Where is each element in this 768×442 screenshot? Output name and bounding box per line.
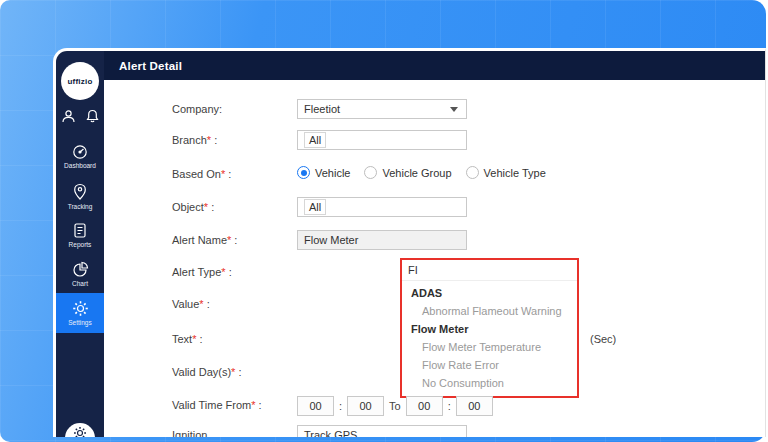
alert-name-input[interactable]: Flow Meter [297, 230, 467, 250]
page-title: Alert Detail [119, 60, 182, 72]
logo-text: uffizio [68, 77, 93, 86]
branch-input[interactable]: All [297, 130, 467, 150]
sidebar-item-label: Settings [68, 319, 92, 326]
gear-icon [73, 426, 87, 437]
time-from-hour-input[interactable]: 00 [297, 396, 334, 416]
field-row-object: Object* : All [104, 197, 765, 219]
settings-gear-icon [72, 300, 89, 317]
sidebar-item-label: Chart [72, 280, 88, 287]
field-row-based-on: Based On* : Vehicle Vehicle Group [104, 164, 765, 186]
time-from-minute-input[interactable]: 00 [347, 396, 384, 416]
sidebar-item-reports[interactable]: Reports [56, 222, 104, 248]
field-row-alert-name: Alert Name* : Flow Meter [104, 230, 765, 252]
radio-selected-icon [297, 166, 310, 179]
object-token[interactable]: All [304, 199, 326, 215]
company-select-value: Fleetiot [304, 103, 340, 115]
screen: uffizio [0, 0, 768, 442]
window-titlebar: Alert Detail [104, 51, 765, 80]
bottom-settings-bubble[interactable] [65, 423, 95, 437]
field-row-ignition: Ignition Track GPS [104, 425, 765, 437]
sidebar-item-settings[interactable]: Settings [56, 293, 104, 333]
ignition-label: Ignition [172, 429, 207, 437]
sidebar: uffizio [56, 51, 104, 437]
tracking-pin-icon [72, 183, 88, 201]
seconds-unit-label: (Sec) [590, 333, 616, 345]
valid-days-label: Valid Day(s)* : [172, 366, 242, 378]
time-to-minute-input[interactable]: 00 [456, 396, 493, 416]
sidebar-item-chart[interactable]: Chart [56, 261, 104, 287]
object-label: Object* : [172, 201, 214, 213]
object-input[interactable]: All [297, 197, 467, 217]
field-row-branch: Branch* : All [104, 130, 765, 152]
time-separator: : [448, 400, 451, 412]
bell-icon[interactable] [84, 108, 101, 125]
sidebar-item-label: Reports [69, 241, 92, 248]
sidebar-item-label: Tracking [68, 203, 93, 210]
logo[interactable]: uffizio [61, 62, 99, 100]
sidebar-item-label: Dashboard [64, 162, 96, 169]
field-row-valid-time: Valid Time From* : 00 : 00 To 00 : 00 [104, 395, 765, 417]
field-row-company: Company: Fleetiot [104, 99, 765, 121]
company-select[interactable]: Fleetiot [297, 99, 467, 119]
based-on-label: Based On* : [172, 168, 231, 180]
company-label: Company: [172, 103, 222, 115]
chevron-down-icon [450, 107, 458, 112]
time-to-label: To [389, 400, 401, 412]
alert-detail-form: Company: Fleetiot Branch* : All [104, 80, 765, 437]
field-row-valid-days: Valid Day(s)* : [104, 362, 765, 384]
alert-type-input[interactable]: FI [402, 260, 577, 281]
time-separator: : [339, 400, 342, 412]
alert-name-label: Alert Name* : [172, 234, 237, 246]
field-row-text: Text* : (Sec) [104, 329, 765, 351]
branch-label: Branch* : [172, 134, 217, 146]
time-to-hour-input[interactable]: 00 [406, 396, 443, 416]
chart-pie-icon [72, 261, 89, 278]
field-row-value: Value* : [104, 294, 765, 316]
app-window: uffizio [53, 48, 766, 437]
radio-unselected-icon [466, 166, 479, 179]
radio-vehicle-type[interactable]: Vehicle Type [466, 166, 546, 179]
radio-unselected-icon [364, 166, 377, 179]
user-icon[interactable] [60, 108, 77, 125]
reports-document-icon [72, 222, 88, 239]
branch-token[interactable]: All [304, 132, 326, 148]
value-label: Value* : [172, 298, 210, 310]
dashboard-gauge-icon [71, 144, 89, 160]
sidebar-item-dashboard[interactable]: Dashboard [56, 144, 104, 169]
radio-vehicle[interactable]: Vehicle [297, 166, 350, 179]
alert-type-label: Alert Type* : [172, 266, 232, 278]
radio-vehicle-group[interactable]: Vehicle Group [364, 166, 451, 179]
sidebar-item-tracking[interactable]: Tracking [56, 183, 104, 210]
ignition-input[interactable]: Track GPS [297, 425, 467, 437]
text-label: Text* : [172, 333, 203, 345]
valid-time-label: Valid Time From* : [172, 399, 262, 411]
